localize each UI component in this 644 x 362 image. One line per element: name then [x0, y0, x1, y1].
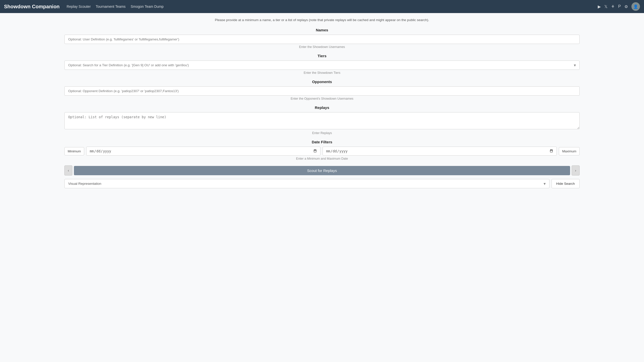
minimum-label: Minimum	[64, 147, 84, 155]
app-brand[interactable]: Showdown Companion	[4, 4, 60, 10]
visual-select-wrapper: Visual Representation Pie Chart Bar Char…	[64, 179, 549, 188]
date-row: Minimum Maximum	[64, 147, 580, 156]
scout-button[interactable]: Scout for Replays	[74, 166, 570, 175]
date-filters-section: Date Filters Minimum Maximum Enter a Min…	[64, 140, 580, 160]
tiers-input[interactable]	[64, 61, 580, 70]
nav-tournament-teams[interactable]: Tournament Teams	[96, 4, 126, 10]
opponents-title: Opponents	[64, 80, 580, 84]
navbar: Showdown Companion Replay Scouter Tourna…	[0, 0, 644, 13]
notice-text: Please provide at a minimum a name, a ti…	[64, 18, 580, 22]
vis-row: Visual Representation Pie Chart Bar Char…	[64, 179, 580, 188]
names-input[interactable]	[64, 35, 580, 44]
min-date-input[interactable]	[86, 147, 320, 156]
visual-select[interactable]: Visual Representation Pie Chart Bar Char…	[64, 179, 549, 188]
next-button[interactable]: ›	[572, 165, 580, 175]
tiers-wrapper: ▼	[64, 61, 580, 70]
github-icon[interactable]: ⚘	[611, 4, 615, 9]
max-date-input[interactable]	[323, 147, 557, 156]
tiers-label: Enter the Showdown Tiers	[64, 71, 580, 75]
opponents-input[interactable]	[64, 86, 580, 96]
date-range-label: Enter a Minimum and Maximum Date	[64, 157, 580, 160]
opponents-section: Opponents Enter the Opponent's Showdown …	[64, 80, 580, 100]
maximum-label: Maximum	[559, 147, 579, 155]
names-section: Names Enter the Showdown Usernames	[64, 28, 580, 49]
nav-links: Replay Scouter Tournament Teams Smogon T…	[67, 4, 598, 10]
replays-label: Enter Replays	[64, 131, 580, 135]
names-title: Names	[64, 28, 580, 32]
nav-smogon-team-dump[interactable]: Smogon Team Dump	[131, 4, 164, 10]
hide-search-button[interactable]: Hide Search	[551, 179, 580, 188]
navbar-icons: ▶ 𝕏 ⚘ P ⚙ 👤	[598, 2, 640, 11]
settings-icon[interactable]: ⚙	[624, 4, 628, 9]
replays-title: Replays	[64, 105, 580, 110]
tiers-section: Tiers ▼ Enter the Showdown Tiers	[64, 54, 580, 75]
avatar[interactable]: 👤	[631, 2, 640, 11]
youtube-icon[interactable]: ▶	[598, 4, 601, 9]
replays-section: Replays Enter Replays	[64, 105, 580, 135]
scout-row: ‹ Scout for Replays ›	[64, 165, 580, 175]
main-content: Please provide at a minimum a name, a ti…	[0, 13, 644, 193]
names-label: Enter the Showdown Usernames	[64, 45, 580, 49]
patreon-icon[interactable]: P	[618, 4, 621, 9]
replays-textarea[interactable]	[64, 112, 580, 129]
prev-button[interactable]: ‹	[64, 165, 72, 175]
date-filters-title: Date Filters	[64, 140, 580, 144]
opponents-label: Enter the Opponent's Showdown Usernames	[64, 97, 580, 100]
tiers-title: Tiers	[64, 54, 580, 58]
nav-replay-scouter[interactable]: Replay Scouter	[67, 4, 91, 10]
twitter-icon[interactable]: 𝕏	[604, 4, 608, 9]
